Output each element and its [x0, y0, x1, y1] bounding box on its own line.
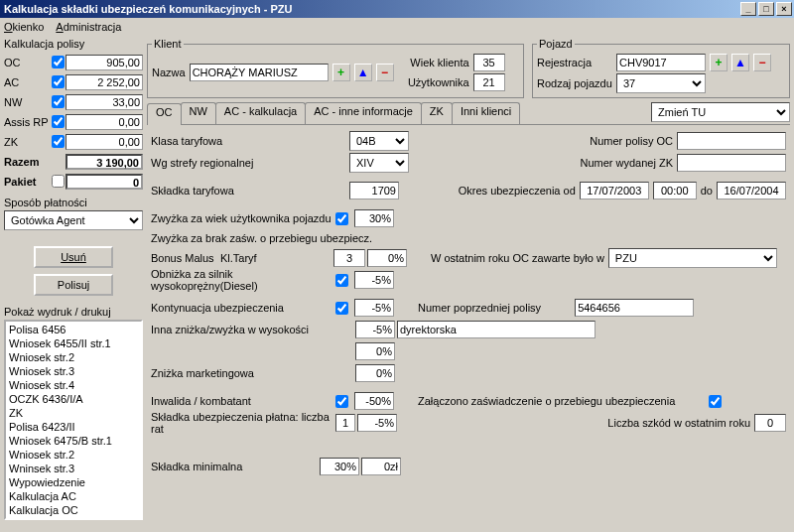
tab-ac-inne[interactable]: AC - inne informacje — [305, 102, 422, 124]
rodzaj-select[interactable]: 37 — [616, 73, 706, 93]
list-item[interactable]: Polisa 6456 — [7, 323, 140, 336]
kl-label: Kl.Taryf — [220, 252, 320, 264]
close-button[interactable]: × — [776, 2, 792, 16]
do-label: do — [701, 185, 713, 197]
tab-zk[interactable]: ZK — [421, 102, 453, 124]
zal-check[interactable] — [709, 395, 722, 408]
nazwa-input[interactable] — [190, 64, 329, 81]
okres-do-input[interactable] — [717, 182, 786, 200]
kont-label: Kontynuacja ubezpieczenia — [151, 302, 335, 314]
tab-nw[interactable]: NW — [181, 102, 216, 124]
zal-label: Załączono zaświadczenie o przebiegu ubez… — [418, 395, 675, 407]
zwyzka-wiek-input[interactable] — [354, 209, 394, 227]
pojazd-fieldset: Pojazd Rejestracja + ▲ − Rodzaj pojazdu3… — [532, 38, 790, 98]
nw-check[interactable] — [52, 95, 65, 108]
tab-inni[interactable]: Inni klienci — [452, 102, 520, 124]
list-item[interactable]: Kalkulacja AC — [7, 489, 140, 503]
kont-check[interactable] — [335, 302, 348, 315]
strefa-label: Wg strefy regionalnej — [151, 157, 349, 169]
wiek-input[interactable] — [473, 54, 505, 71]
rej-label: Rejestracja — [537, 57, 612, 68]
oc-check[interactable] — [52, 56, 65, 68]
list-item[interactable]: Wypowiedzenie — [7, 475, 140, 489]
nzk-input[interactable] — [677, 154, 786, 172]
npoc-label: Numer polisy OC — [564, 135, 673, 147]
diesel-label: Obniżka za silnik wysokoprężny(Diesel) — [151, 268, 335, 292]
npp-input[interactable] — [575, 299, 694, 317]
list-item[interactable]: Wniosek str.4 — [7, 378, 140, 392]
list-item[interactable]: Wninsek str.3 — [7, 462, 140, 475]
min-label: Składka minimalna — [151, 461, 320, 472]
npoc-input[interactable] — [677, 132, 786, 150]
inw-input[interactable] — [354, 392, 394, 410]
print-label: Pokaż wydruk / drukuj — [4, 306, 143, 318]
npp-label: Numer poprzedniej polisy — [418, 302, 541, 314]
zwyzka-wiek-check[interactable] — [335, 212, 348, 225]
list-item[interactable]: Wniosek str.3 — [7, 364, 140, 378]
pojazd-add-icon[interactable]: + — [710, 54, 728, 71]
zk-value: 0,00 — [66, 134, 143, 150]
klient-fieldset: Klient Nazwa + ▲ − Wiek klienta Użytkown… — [147, 38, 524, 98]
pakiet-check[interactable] — [52, 175, 65, 188]
tab-ac-kalkulacja[interactable]: AC - kalkulacja — [215, 102, 306, 124]
wroku-select[interactable]: PZU — [608, 248, 777, 268]
min-input[interactable] — [361, 458, 401, 475]
list-item[interactable]: Wniosek str.2 — [7, 448, 140, 462]
zmien-tu-select[interactable]: Zmień TU — [651, 102, 790, 122]
diesel-input[interactable] — [354, 271, 394, 289]
list-item[interactable]: Wniosek 6455/II str.1 — [7, 336, 140, 350]
inw-label: Inwalida / kombatant — [151, 395, 335, 407]
list-item[interactable]: ZK — [7, 406, 140, 420]
rat-n-input[interactable] — [335, 414, 355, 432]
zk-check[interactable] — [52, 135, 65, 148]
sposob-label: Sposób płatności — [4, 197, 143, 208]
zwyzka-wiek-label: Zwyżka za wiek użytkownika pojazdu — [151, 212, 335, 224]
kont-input[interactable] — [354, 299, 394, 317]
polisuj-button[interactable]: Polisuj — [34, 274, 113, 296]
print-listbox[interactable]: Polisa 6456Wniosek 6455/II str.1Wniosek … — [4, 320, 143, 520]
usun-button[interactable]: Usuń — [34, 246, 113, 268]
list-item[interactable]: Wniosek 6475/B str.1 — [7, 434, 140, 448]
sposob-select[interactable]: Gotówka Agent — [4, 210, 143, 230]
list-item[interactable]: Kalkulacja OC — [7, 503, 140, 517]
maximize-button[interactable]: □ — [758, 2, 774, 16]
tab-oc[interactable]: OC — [147, 103, 182, 125]
min-pct-input[interactable] — [320, 458, 359, 475]
diesel-check[interactable] — [335, 274, 348, 287]
pojazd-up-icon[interactable]: ▲ — [731, 54, 749, 71]
nazwa-label: Nazwa — [152, 66, 186, 78]
strefa-select[interactable]: XIV — [349, 153, 409, 173]
inna2-input[interactable] — [355, 342, 395, 360]
klient-add-icon[interactable]: + — [332, 64, 350, 81]
list-item[interactable]: Polisa 6423/II — [7, 420, 140, 434]
klasa-select[interactable]: 04B — [349, 131, 409, 151]
skladka-input[interactable] — [349, 182, 399, 200]
uzy-input[interactable] — [473, 73, 505, 91]
zm-input[interactable] — [355, 364, 395, 382]
pojazd-remove-icon[interactable]: − — [753, 54, 771, 71]
list-item[interactable]: Wniosek str.2 — [7, 350, 140, 364]
szkod-input[interactable] — [754, 414, 786, 432]
list-item[interactable]: OCZK 6436/I/A — [7, 392, 140, 406]
rat-input[interactable] — [357, 414, 397, 432]
ac-label: AC — [4, 76, 52, 88]
nw-label: NW — [4, 96, 52, 108]
inna-input[interactable] — [355, 321, 395, 338]
kalkulacja-polisy-label: Kalkulacja polisy — [4, 38, 143, 50]
klient-remove-icon[interactable]: − — [376, 64, 394, 81]
inw-check[interactable] — [335, 395, 348, 408]
menu-administracja[interactable]: Administracja — [56, 21, 121, 33]
assis-check[interactable] — [52, 115, 65, 128]
okres-od-input[interactable] — [580, 182, 649, 200]
wiek-label: Wiek klienta — [406, 57, 469, 68]
ac-check[interactable] — [52, 75, 65, 88]
bonus-pct-input[interactable] — [367, 249, 407, 267]
okres-czas-input[interactable] — [653, 182, 697, 200]
rej-input[interactable] — [616, 54, 706, 71]
inna-txt-input[interactable] — [397, 321, 596, 338]
bonus-input[interactable] — [333, 249, 365, 267]
menu-okienko[interactable]: Okienko — [4, 21, 44, 33]
minimize-button[interactable]: _ — [740, 2, 756, 16]
klient-up-icon[interactable]: ▲ — [354, 64, 372, 81]
skladka-label: Składka taryfowa — [151, 185, 349, 197]
